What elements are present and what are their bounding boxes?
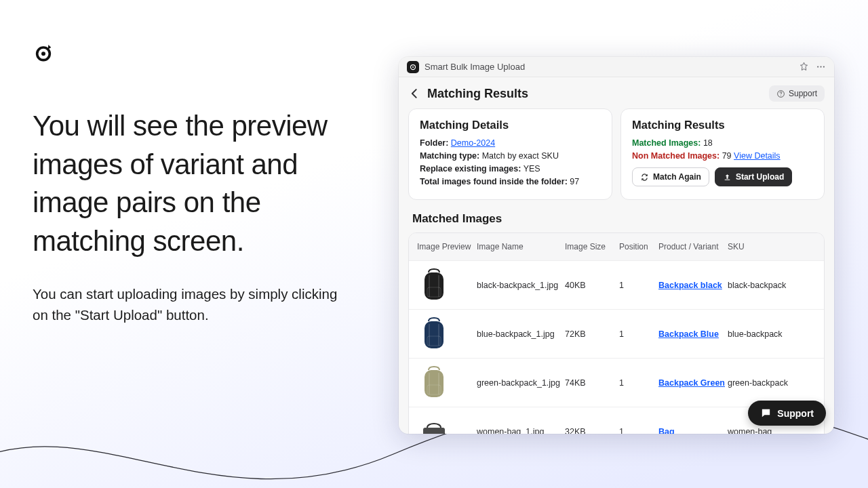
position-cell: 1: [619, 427, 658, 434]
image-name-cell: women-bag_1.jpg: [477, 427, 565, 434]
variant-link[interactable]: Backpack Blue: [658, 329, 719, 339]
variant-link[interactable]: Bag: [658, 427, 675, 434]
svg-point-5: [820, 66, 821, 67]
matching-type-value: Match by exact SKU: [482, 151, 559, 161]
app-logo: [33, 42, 54, 64]
svg-point-4: [817, 66, 818, 67]
matching-details-card: Matching Details Folder: Demo-2024 Match…: [408, 108, 612, 200]
total-label: Total images found inside the folder:: [420, 177, 568, 186]
position-cell: 1: [619, 281, 658, 290]
replace-value: YES: [524, 164, 540, 174]
chat-icon: [760, 407, 772, 419]
svg-point-1: [41, 52, 45, 56]
sku-cell: green-backpack: [728, 378, 795, 388]
more-icon[interactable]: [816, 62, 826, 72]
matching-type-label: Matching type:: [420, 151, 479, 161]
image-preview-thumb: [417, 266, 451, 305]
match-again-button[interactable]: Match Again: [632, 167, 709, 186]
image-size-cell: 40KB: [565, 281, 619, 290]
folder-link[interactable]: Demo-2024: [451, 138, 495, 148]
svg-rect-21: [423, 428, 445, 434]
position-cell: 1: [619, 378, 658, 388]
image-size-cell: 74KB: [565, 378, 619, 388]
matched-label: Matched Images:: [632, 138, 701, 148]
chat-label: Support: [777, 408, 814, 419]
view-details-link[interactable]: View Details: [734, 151, 781, 161]
col-position: Position: [619, 242, 658, 251]
col-name: Image Name: [477, 242, 565, 251]
matching-results-card: Matching Results Matched Images: 18 Non …: [620, 108, 825, 200]
col-preview: Image Preview: [417, 242, 477, 251]
window-title: Smart Bulk Image Upload: [425, 62, 525, 72]
sku-cell: women-bag: [728, 427, 795, 434]
marketing-subhead: You can start uploading images by simply…: [33, 284, 351, 326]
table-row: black-backpack_1.jpg40KB1Backpack blackb…: [409, 260, 824, 309]
matched-images-heading: Matched Images: [399, 200, 834, 232]
app-window: Smart Bulk Image Upload Matching Results…: [399, 57, 834, 434]
support-chat-button[interactable]: Support: [748, 401, 826, 426]
details-heading: Matching Details: [420, 119, 601, 131]
help-icon: [776, 89, 785, 98]
start-upload-label: Start Upload: [736, 172, 784, 182]
support-button[interactable]: Support: [769, 85, 825, 102]
image-name-cell: blue-backpack_1.jpg: [477, 329, 565, 339]
image-preview-thumb: [417, 363, 451, 403]
col-sku: SKU: [728, 242, 795, 251]
image-size-cell: 72KB: [565, 329, 619, 339]
variant-link[interactable]: Backpack black: [658, 281, 722, 290]
upload-icon: [723, 173, 732, 182]
col-size: Image Size: [565, 242, 619, 251]
table-row: green-backpack_1.jpg74KB1Backpack Greeng…: [409, 358, 824, 407]
results-heading: Matching Results: [632, 119, 813, 131]
folder-label: Folder:: [420, 138, 448, 148]
image-preview-thumb: [417, 314, 451, 354]
refresh-icon: [640, 173, 649, 182]
image-preview-thumb: [417, 412, 451, 434]
sku-cell: blue-backpack: [728, 329, 795, 339]
page-title: Matching Results: [427, 87, 528, 101]
table-row: blue-backpack_1.jpg72KB1Backpack Blueblu…: [409, 309, 824, 358]
image-size-cell: 32KB: [565, 427, 619, 434]
nonmatched-value: 79: [722, 151, 732, 161]
marketing-headline: You will see the preview images of varia…: [33, 107, 351, 261]
col-variant: Product / Variant: [658, 242, 728, 251]
matched-value: 18: [703, 138, 713, 148]
total-value: 97: [570, 177, 579, 186]
svg-point-3: [412, 66, 414, 68]
position-cell: 1: [619, 329, 658, 339]
app-icon: [407, 61, 419, 73]
back-arrow-icon[interactable]: [408, 87, 422, 100]
variant-link[interactable]: Backpack Green: [658, 378, 725, 388]
svg-point-6: [823, 66, 825, 67]
replace-label: Replace existing images:: [420, 164, 521, 174]
image-name-cell: black-backpack_1.jpg: [477, 281, 565, 290]
pin-icon[interactable]: [799, 62, 809, 72]
support-label: Support: [789, 89, 817, 98]
titlebar: Smart Bulk Image Upload: [399, 57, 834, 77]
start-upload-button[interactable]: Start Upload: [715, 167, 792, 186]
image-name-cell: green-backpack_1.jpg: [477, 378, 565, 388]
match-again-label: Match Again: [653, 172, 701, 182]
svg-point-8: [781, 95, 781, 96]
nonmatched-label: Non Matched Images:: [632, 151, 719, 161]
sku-cell: black-backpack: [728, 281, 795, 290]
